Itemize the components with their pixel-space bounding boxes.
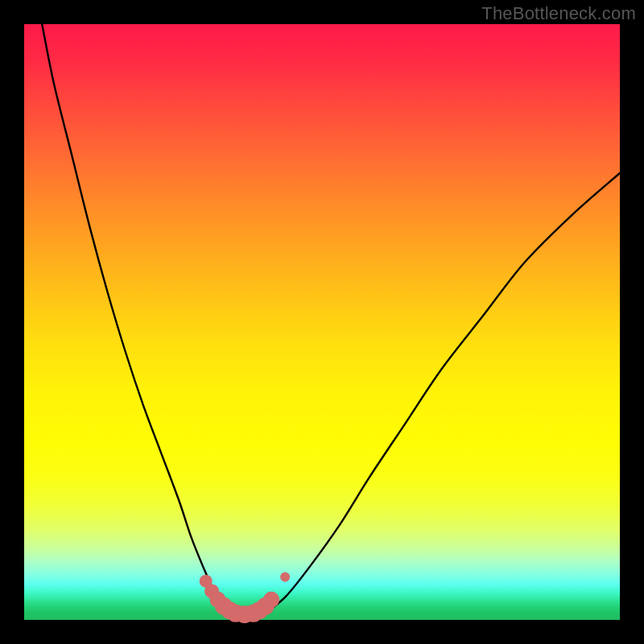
trough-marker	[263, 592, 279, 608]
curve-svg	[24, 24, 620, 620]
chart-frame: TheBottleneck.com	[0, 0, 644, 644]
watermark-text: TheBottleneck.com	[481, 3, 636, 24]
trough-marker	[280, 572, 290, 582]
bottleneck-curve	[42, 24, 620, 617]
trough-markers	[200, 572, 290, 624]
plot-area	[24, 24, 620, 620]
